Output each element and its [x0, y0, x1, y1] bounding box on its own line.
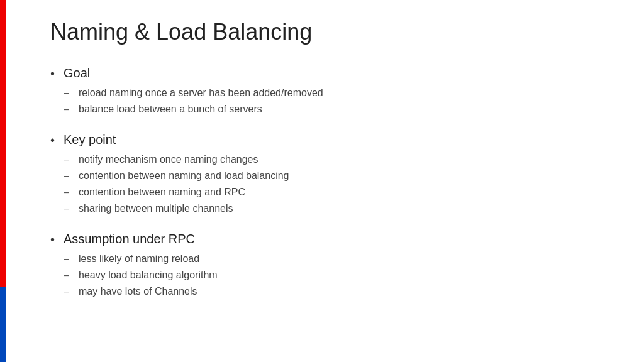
sub-list-1: –notify mechanism once naming changes–co… [64, 152, 289, 216]
sub-item-2-2: –may have lots of Channels [64, 284, 218, 299]
bullet-content-0: Goal–reload naming once a server has bee… [64, 64, 323, 118]
sub-text-2-2: may have lots of Channels [79, 284, 197, 299]
sub-item-1-2: –contention between naming and RPC [64, 185, 289, 200]
sub-text-0-1: balance load between a bunch of servers [79, 102, 262, 117]
sub-dash-1-1: – [64, 168, 72, 184]
sub-dash-1-3: – [64, 201, 72, 216]
sub-text-1-0: notify mechanism once naming changes [79, 152, 258, 167]
sub-item-1-3: –sharing between multiple channels [64, 201, 289, 216]
sub-text-1-2: contention between naming and RPC [79, 185, 245, 200]
sub-item-2-0: –less likely of naming reload [64, 251, 218, 266]
slide-content: Naming & Load Balancing •Goal–reload nam… [19, 0, 644, 332]
sub-dash-0-0: – [64, 85, 72, 101]
bullet-label-2: Assumption under RPC [64, 230, 218, 248]
bullet-label-1: Key point [64, 131, 289, 148]
sub-text-2-1: heavy load balancing algorithm [79, 268, 218, 283]
bullet-dot-2: • [50, 231, 55, 248]
sub-dash-2-1: – [64, 268, 72, 283]
bullet-item-2: •Assumption under RPC–less likely of nam… [50, 230, 613, 300]
sub-dash-0-1: – [64, 102, 72, 117]
sub-dash-2-0: – [64, 251, 72, 266]
sub-list-2: –less likely of naming reload–heavy load… [64, 251, 218, 299]
sub-text-1-3: sharing between multiple channels [79, 201, 233, 216]
bullet-dot-1: • [50, 132, 55, 148]
bullet-item-0: •Goal–reload naming once a server has be… [50, 64, 613, 118]
bullet-label-0: Goal [64, 64, 323, 82]
bullet-item-1: •Key point–notify mechanism once naming … [50, 131, 613, 217]
sub-text-0-0: reload naming once a server has been add… [79, 85, 323, 101]
sub-dash-1-2: – [64, 185, 72, 200]
sub-list-0: –reload naming once a server has been ad… [64, 85, 323, 117]
sub-item-2-1: –heavy load balancing algorithm [64, 268, 218, 283]
bar-red [0, 0, 6, 287]
bullet-dot-0: • [50, 65, 55, 82]
bar-blue [0, 287, 6, 362]
main-bullet-list: •Goal–reload naming once a server has be… [50, 64, 613, 300]
bullet-content-1: Key point–notify mechanism once naming c… [64, 131, 289, 217]
sub-item-0-1: –balance load between a bunch of servers [64, 102, 323, 117]
left-accent-bar [0, 0, 6, 362]
sub-item-1-1: –contention between naming and load bala… [64, 168, 289, 184]
sub-dash-1-0: – [64, 152, 72, 167]
sub-item-0-0: –reload naming once a server has been ad… [64, 85, 323, 101]
sub-dash-2-2: – [64, 284, 72, 299]
sub-text-2-0: less likely of naming reload [79, 251, 199, 266]
sub-text-1-1: contention between naming and load balan… [79, 168, 289, 184]
slide-title: Naming & Load Balancing [50, 19, 613, 45]
bullet-content-2: Assumption under RPC–less likely of nami… [64, 230, 218, 300]
sub-item-1-0: –notify mechanism once naming changes [64, 152, 289, 167]
